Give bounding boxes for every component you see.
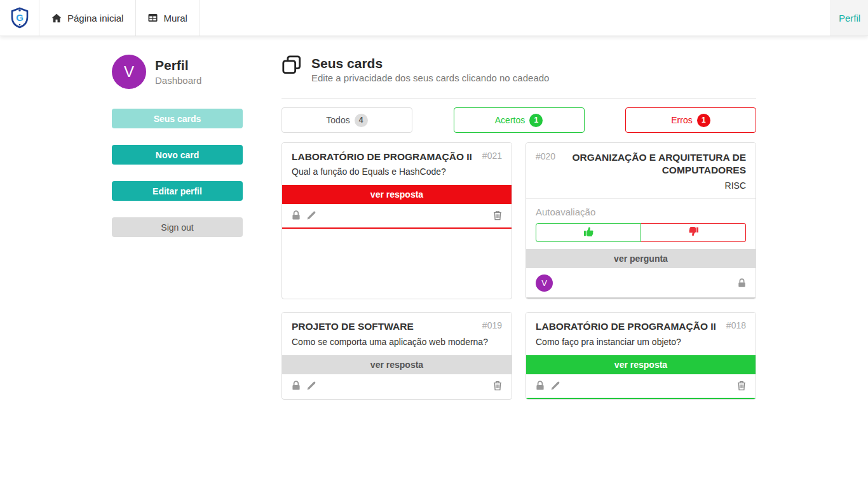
ver-resposta-button[interactable]: ver resposta: [526, 355, 756, 374]
card-question: Como se comporta uma aplicação web moder…: [282, 334, 512, 355]
main-content: Seus cards Edite a privacidade dos seus …: [281, 55, 756, 400]
autoeval-label: Autoavaliação: [526, 199, 756, 223]
filter-count-badge: 4: [355, 114, 368, 127]
card-footer: [526, 374, 756, 398]
shield-logo-icon: G: [10, 7, 30, 29]
card-footer: [282, 374, 512, 398]
flashcard-021: LABORATÓRIO DE PROGRAMAÇÃO II #021 Qual …: [282, 143, 512, 229]
flashcard-020: #020 ORGANIZAÇÃO E ARQUITETURA DE COMPUT…: [526, 143, 756, 299]
lock-icon[interactable]: [738, 278, 746, 288]
nav-item-pagina-inicial[interactable]: Página inicial: [39, 0, 136, 36]
filter-count-badge: 1: [697, 114, 710, 127]
avatar-letter: V: [124, 63, 134, 81]
lock-icon[interactable]: [536, 381, 545, 391]
thumbs-up-button[interactable]: [536, 223, 641, 242]
ver-pergunta-button[interactable]: ver pergunta: [526, 249, 756, 268]
ver-resposta-button[interactable]: ver resposta: [282, 185, 512, 204]
nav-item-perfil[interactable]: Perfil: [831, 0, 868, 36]
card-subject: PROJETO DE SOFTWARE: [292, 320, 475, 333]
pencil-icon[interactable]: [550, 381, 560, 391]
filter-count-badge: 1: [529, 114, 543, 127]
grid-icon: [148, 13, 158, 22]
flashcard-018: LABORATÓRIO DE PROGRAMAÇÃO II #018 Como …: [526, 313, 756, 398]
card-subject: LABORATÓRIO DE PROGRAMAÇÃO II: [536, 320, 719, 333]
home-icon: [51, 13, 62, 23]
filter-todos-button[interactable]: Todos 4: [281, 107, 412, 133]
main-header: Seus cards Edite a privacidade dos seus …: [281, 55, 756, 83]
sidebar-button-editar-perfil[interactable]: Editar perfil: [112, 181, 243, 201]
pencil-icon[interactable]: [306, 381, 316, 391]
main-header-text: Seus cards Edite a privacidade dos seus …: [311, 55, 549, 83]
filter-label: Acertos: [495, 115, 525, 125]
card-header: #020 ORGANIZAÇÃO E ARQUITETURA DE COMPUT…: [526, 143, 756, 179]
profile-text: Perfil Dashboard: [155, 58, 201, 85]
filter-label: Erros: [671, 115, 692, 125]
page-body: V Perfil Dashboard Seus cards Novo card …: [0, 36, 868, 400]
avatar-letter: V: [541, 278, 547, 288]
sidebar: V Perfil Dashboard Seus cards Novo card …: [112, 55, 243, 400]
profile-subtitle: Dashboard: [155, 75, 201, 86]
filter-bar: Todos 4 Acertos 1 Erros 1: [281, 98, 756, 133]
brand-logo[interactable]: G: [0, 0, 39, 36]
card-cell-020: #020 ORGANIZAÇÃO E ARQUITETURA DE COMPUT…: [526, 142, 756, 299]
filter-erros-button[interactable]: Erros 1: [625, 107, 756, 133]
card-header: LABORATÓRIO DE PROGRAMAÇÃO II #018: [526, 313, 756, 333]
page-title: Seus cards: [311, 56, 549, 71]
trash-icon[interactable]: [737, 381, 746, 391]
thumbs-up-icon: [583, 227, 594, 238]
filter-acertos-button[interactable]: Acertos 1: [454, 107, 585, 133]
flashcard-019: PROJETO DE SOFTWARE #019 Como se comport…: [282, 313, 512, 397]
card-question: Como faço pra instanciar um objeto?: [526, 334, 756, 355]
card-id: #021: [482, 151, 502, 161]
nav-item-label: Página inicial: [67, 13, 123, 24]
profile-title: Perfil: [155, 58, 201, 73]
card-avatar: V: [536, 274, 553, 292]
trash-icon[interactable]: [493, 381, 502, 391]
card-footer: V: [526, 268, 756, 297]
card-footer: [282, 204, 512, 227]
nav-item-mural[interactable]: Mural: [136, 0, 200, 36]
page-subtitle: Edite a privacidade dos seus cards clica…: [311, 72, 549, 83]
cards-grid: LABORATÓRIO DE PROGRAMAÇÃO II #021 Qual …: [281, 142, 756, 399]
lock-icon[interactable]: [292, 381, 301, 391]
avatar: V: [112, 55, 146, 89]
profile-block: V Perfil Dashboard: [112, 55, 243, 89]
autoeval-buttons: [526, 223, 756, 242]
nav-item-label: Perfil: [839, 13, 860, 24]
card-answer: RISC: [526, 179, 756, 198]
navbar: G Página inicial Mural Perfil: [0, 0, 868, 36]
card-cell-019: PROJETO DE SOFTWARE #019 Como se comport…: [281, 312, 512, 399]
sidebar-button-novo-card[interactable]: Novo card: [112, 145, 243, 165]
sidebar-button-sign-out[interactable]: Sign out: [112, 217, 243, 237]
lock-icon[interactable]: [292, 210, 301, 220]
card-header: PROJETO DE SOFTWARE #019: [282, 313, 512, 333]
thumbs-down-icon: [688, 227, 699, 238]
card-header: LABORATÓRIO DE PROGRAMAÇÃO II #021: [282, 143, 512, 163]
card-subject: LABORATÓRIO DE PROGRAMAÇÃO II: [292, 151, 475, 163]
svg-text:G: G: [16, 12, 24, 23]
card-id: #019: [482, 320, 502, 330]
thumbs-down-button[interactable]: [641, 223, 746, 242]
card-cell-018: LABORATÓRIO DE PROGRAMAÇÃO II #018 Como …: [526, 312, 756, 399]
card-cell-021: LABORATÓRIO DE PROGRAMAÇÃO II #021 Qual …: [281, 142, 512, 299]
ver-resposta-button[interactable]: ver resposta: [282, 355, 512, 374]
card-subject: ORGANIZAÇÃO E ARQUITETURA DE COMPUTADORE…: [564, 151, 746, 177]
sidebar-button-seus-cards[interactable]: Seus cards: [112, 109, 243, 128]
card-question: Qual a função do Equals e HashCode?: [282, 163, 512, 185]
nav-item-label: Mural: [163, 13, 187, 24]
cards-stack-icon: [281, 55, 302, 78]
navbar-spacer: [200, 0, 831, 36]
trash-icon[interactable]: [493, 210, 502, 220]
filter-label: Todos: [326, 115, 349, 125]
pencil-icon[interactable]: [306, 210, 316, 220]
card-id: #020: [536, 151, 555, 161]
card-id: #018: [726, 320, 746, 330]
